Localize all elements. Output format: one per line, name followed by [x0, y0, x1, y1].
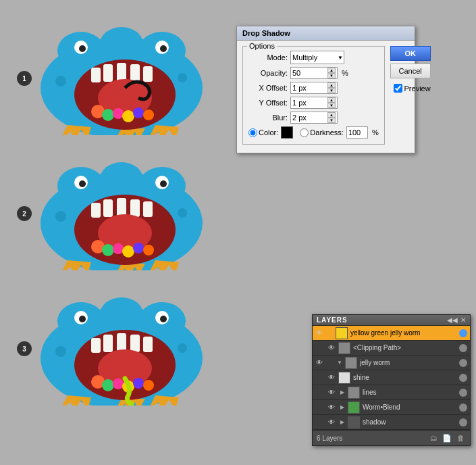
- canvas-area: 1: [0, 0, 476, 465]
- layer-visibility-dot: [459, 374, 467, 382]
- layer-eye-icon[interactable]: 👁: [326, 343, 337, 353]
- x-offset-spinners: ▲ ▼: [327, 82, 336, 93]
- layers-controls: ◀◀ ✕: [447, 316, 466, 324]
- layer-row[interactable]: 👁 ▶ Worm•Blend: [313, 400, 470, 415]
- layer-row[interactable]: 👁 shine: [313, 370, 470, 385]
- layer-expand-arrow[interactable]: ▶: [338, 402, 346, 413]
- layer-visibility-dot: [459, 418, 467, 426]
- opacity-up-btn[interactable]: ▲: [327, 68, 336, 73]
- darkness-unit: %: [372, 128, 379, 137]
- layer-eye-icon[interactable]: 👁: [326, 402, 337, 413]
- step-badge-2: 2: [17, 206, 32, 221]
- svg-point-32: [178, 208, 187, 218]
- blur-row: Blur: ▲ ▼: [248, 112, 379, 124]
- svg-rect-11: [91, 68, 101, 82]
- layer-row[interactable]: 👁 ▶ shadow: [313, 415, 470, 430]
- preview-label-text: Preview: [404, 84, 431, 93]
- svg-rect-14: [130, 64, 140, 82]
- opacity-down-btn[interactable]: ▼: [327, 73, 336, 78]
- layers-title: LAYERS: [317, 316, 348, 324]
- monster-2-container: 2: [20, 155, 223, 272]
- layer-row[interactable]: 👁 ▶ lines: [313, 385, 470, 400]
- options-group: Options Mode: Multiply Normal Screen Ove…: [242, 46, 385, 145]
- monster-1-container: 1: [20, 20, 223, 137]
- opacity-unit: %: [342, 69, 348, 77]
- blur-up-btn[interactable]: ▲: [327, 112, 336, 118]
- x-offset-up-btn[interactable]: ▲: [327, 82, 336, 88]
- color-swatch[interactable]: [281, 126, 293, 139]
- svg-point-24: [79, 45, 86, 52]
- svg-point-59: [178, 343, 187, 353]
- layer-eye-icon[interactable]: 👁: [314, 358, 325, 368]
- opacity-input[interactable]: [292, 69, 323, 77]
- panel-menu-icon[interactable]: ✕: [460, 316, 466, 324]
- layer-eye-icon[interactable]: 👁: [326, 417, 337, 428]
- layer-name: yellow green jelly worm: [349, 329, 458, 337]
- options-legend: Options: [247, 42, 277, 50]
- layers-footer: 6 Layers 🗂 📄 🗑: [313, 430, 470, 445]
- preview-checkbox[interactable]: [394, 84, 402, 93]
- blur-spinners: ▲ ▼: [327, 112, 336, 123]
- svg-point-22: [143, 109, 154, 120]
- mode-dropdown-wrapper[interactable]: Multiply Normal Screen Overlay ▼: [290, 51, 344, 64]
- svg-point-4: [55, 76, 66, 87]
- svg-point-76: [143, 380, 154, 391]
- svg-point-73: [113, 378, 124, 389]
- layer-visibility-dot: [459, 344, 467, 352]
- svg-rect-13: [117, 63, 126, 82]
- layer-thumbnail: [338, 372, 350, 384]
- step-badge-1: 1: [17, 71, 32, 86]
- layer-expand-arrow[interactable]: ▶: [338, 417, 346, 428]
- svg-point-53: [160, 180, 167, 187]
- layer-row[interactable]: 👁 ▼ jelly worm: [313, 356, 470, 370]
- opacity-label: Opacity:: [248, 69, 288, 77]
- layers-panel: LAYERS ◀◀ ✕ 👁 yellow green jelly worm 👁 …: [312, 314, 471, 446]
- blur-input[interactable]: [292, 114, 323, 122]
- layer-row[interactable]: 👁 yellow green jelly worm: [313, 326, 470, 341]
- darkness-radio-label[interactable]: Darkness:: [300, 128, 344, 137]
- layer-eye-icon[interactable]: 👁: [314, 328, 325, 339]
- y-offset-input[interactable]: [292, 99, 323, 107]
- svg-point-80: [160, 316, 167, 322]
- cancel-button[interactable]: Cancel: [390, 64, 431, 78]
- panel-collapse-icon[interactable]: ◀◀: [447, 316, 458, 324]
- svg-point-46: [113, 243, 124, 254]
- darkness-label-text: Darkness:: [310, 128, 344, 137]
- svg-point-58: [55, 346, 66, 357]
- monster-3-container: 3: [20, 291, 223, 407]
- color-radio-label[interactable]: Color:: [248, 128, 278, 137]
- svg-rect-42: [143, 201, 153, 217]
- y-offset-up-btn[interactable]: ▲: [327, 97, 336, 103]
- layer-name: <Clipping Path>: [352, 344, 458, 351]
- layer-expand-arrow[interactable]: ▼: [336, 358, 344, 368]
- monster-3-illustration: [20, 291, 223, 406]
- darkness-radio[interactable]: [300, 128, 309, 137]
- color-label-text: Color:: [259, 128, 278, 137]
- darkness-input[interactable]: [346, 126, 368, 139]
- opacity-row: Opacity: ▲ ▼ %: [248, 67, 379, 79]
- mode-select[interactable]: Multiply Normal Screen Overlay: [290, 51, 344, 64]
- color-radio[interactable]: [248, 128, 257, 137]
- layers-list: 👁 yellow green jelly worm 👁 <Clipping Pa…: [313, 326, 470, 430]
- layer-visibility-dot: [459, 389, 467, 397]
- layer-eye-icon[interactable]: 👁: [326, 372, 337, 383]
- layer-name: jelly worm: [359, 359, 458, 366]
- x-offset-input[interactable]: [292, 84, 323, 92]
- new-layer-set-icon[interactable]: 🗂: [428, 433, 439, 443]
- drop-shadow-dialog: Drop Shadow Options Mode: Multiply Norma…: [236, 26, 415, 153]
- ok-button[interactable]: OK: [390, 46, 431, 61]
- y-offset-down-btn[interactable]: ▼: [327, 103, 336, 108]
- layer-expand-arrow[interactable]: ▶: [338, 387, 346, 398]
- layer-thumbnail: [336, 327, 348, 339]
- x-offset-down-btn[interactable]: ▼: [327, 88, 336, 93]
- layers-panel-header: LAYERS ◀◀ ✕: [313, 315, 470, 326]
- layer-thumbnail: [348, 387, 360, 399]
- layer-visibility-dot: [459, 403, 467, 412]
- layer-row[interactable]: 👁 <Clipping Path>: [313, 341, 470, 356]
- preview-checkbox-label[interactable]: Preview: [394, 84, 431, 93]
- layer-thumbnail: [348, 401, 360, 414]
- blur-down-btn[interactable]: ▼: [327, 118, 336, 123]
- delete-layer-icon[interactable]: 🗑: [455, 433, 466, 443]
- new-layer-icon[interactable]: 📄: [442, 433, 452, 443]
- layer-eye-icon[interactable]: 👁: [326, 387, 337, 398]
